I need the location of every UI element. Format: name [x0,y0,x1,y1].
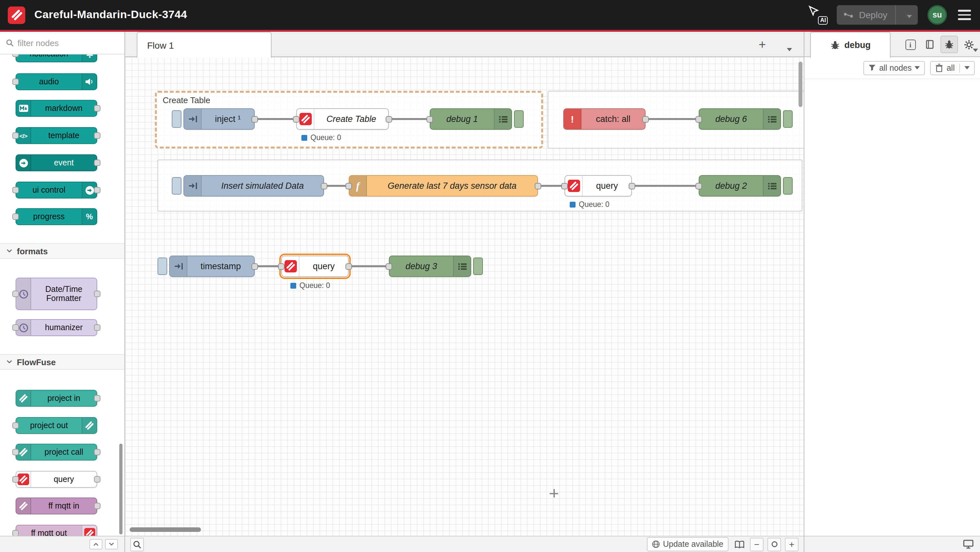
output-port[interactable] [345,263,352,270]
deploy-options-caret[interactable] [901,10,918,20]
inject-trigger-button[interactable] [172,110,181,128]
output-port[interactable] [251,116,258,122]
input-port[interactable] [12,530,19,536]
debug-clear-dropdown[interactable]: all [931,61,975,75]
palette-scrollbar[interactable] [119,444,123,534]
node-insert-simulated-data[interactable]: Insert simulated Data [172,175,324,196]
input-port[interactable] [561,183,568,189]
palette-node-query[interactable]: query [16,471,97,488]
node-timestamp-inject[interactable]: timestamp [158,255,255,277]
input-port[interactable] [293,116,299,122]
palette-node-ff-mqtt-out[interactable]: ff mqtt out [16,525,97,536]
node-debug-3[interactable]: debug 3 [389,255,483,277]
deploy-button[interactable]: Deploy [837,5,918,25]
palette-node-project-out[interactable]: project out [16,417,97,434]
debug-toggle-button[interactable] [783,110,793,128]
palette-node-ff-mqtt-in[interactable]: ff mqtt in [16,498,97,514]
input-port[interactable] [12,290,19,297]
zoom-out-button[interactable]: − [750,538,764,551]
flowfuse-logo-icon[interactable] [8,6,25,24]
main-menu-icon[interactable] [957,8,972,23]
input-port[interactable] [12,78,19,85]
input-port[interactable] [12,422,19,429]
navigator-icon[interactable] [732,538,746,551]
add-flow-button[interactable]: + [754,37,770,53]
inject-trigger-button[interactable] [158,257,167,275]
sidebar-tab-debug-messages[interactable] [940,36,958,53]
sidebar-tab-debug[interactable]: debug [810,32,891,58]
collapse-all-button[interactable] [89,539,102,549]
output-port[interactable] [642,116,649,122]
debug-filter-dropdown[interactable]: all nodes [864,61,925,75]
palette-node-datetime-formatter[interactable]: Date/Time Formatter [16,278,97,310]
palette-category-formats[interactable]: formats [0,243,124,259]
output-port[interactable] [535,183,541,189]
palette-category-flowfuse[interactable]: FlowFuse [0,354,124,370]
node-debug-6[interactable]: debug 6 [699,108,793,130]
palette-node-markdown[interactable]: markdown [16,100,97,117]
input-port[interactable] [12,449,19,455]
input-port[interactable] [278,263,285,270]
sidebar-tab-help[interactable] [921,36,939,53]
input-port[interactable] [12,214,19,220]
node-query-3-selected[interactable]: query [281,255,349,277]
sidebar-tabs-caret[interactable] [973,43,978,54]
ai-assistant-icon[interactable]: AI [808,5,827,25]
node-catch-all[interactable]: ! catch: all [563,108,646,130]
palette-node-project-call[interactable]: project call [16,444,97,461]
palette-node-event[interactable]: event [16,155,97,171]
node-inject-1[interactable]: inject ¹ [172,108,255,130]
node-debug-1[interactable]: debug 1 [430,108,524,130]
node-query-2[interactable]: query [565,175,632,196]
user-avatar[interactable]: su [928,5,947,25]
palette-node-ui-control[interactable]: ui control [16,182,97,198]
node-create-table[interactable]: Create Table [296,108,389,130]
input-port[interactable] [695,183,702,189]
update-available-button[interactable]: Update available [647,537,729,551]
output-port[interactable] [321,183,327,189]
input-port[interactable] [12,54,19,57]
output-port[interactable] [94,187,100,193]
sidebar-tab-info[interactable]: i [902,36,919,53]
input-port[interactable] [695,116,702,122]
output-port[interactable] [629,183,635,189]
output-port[interactable] [94,503,100,509]
canvas-search-button[interactable] [130,538,144,551]
palette-node-humanizer[interactable]: humanizer [16,319,97,336]
output-port[interactable] [251,263,258,270]
output-port[interactable] [94,132,100,139]
output-port[interactable] [94,105,100,112]
input-port[interactable] [386,263,392,270]
debug-toggle-button[interactable] [473,257,483,275]
input-port[interactable] [12,187,19,193]
output-port[interactable] [94,476,100,483]
flow-canvas[interactable]: Create Table [125,57,804,536]
output-port[interactable] [94,449,100,455]
output-port[interactable] [94,395,100,402]
output-port[interactable] [94,290,100,297]
canvas-vertical-scrollbar[interactable] [799,62,802,107]
palette-node-project-in[interactable]: project in [16,390,97,407]
node-function-generate-data[interactable]: f Generate last 7 days sensor data [349,175,538,196]
output-port[interactable] [386,116,392,122]
palette-node-progress[interactable]: progress % [16,208,97,225]
input-port[interactable] [426,116,433,122]
input-port[interactable] [12,476,19,483]
palette-search-input[interactable] [18,38,102,48]
inject-trigger-button[interactable] [172,177,181,195]
input-port[interactable] [12,132,19,139]
output-port[interactable] [94,160,100,166]
node-debug-2[interactable]: debug 2 [699,175,793,196]
output-port[interactable] [94,324,100,331]
input-port[interactable] [12,324,19,331]
canvas-horizontal-scrollbar[interactable] [130,527,201,532]
zoom-reset-button[interactable] [767,538,781,551]
palette-node-audio[interactable]: audio [16,73,97,90]
palette-node-template[interactable]: </> template [16,127,97,144]
input-port[interactable] [345,183,352,189]
debug-toggle-button[interactable] [783,177,793,195]
palette-node-notification[interactable]: notification [16,54,97,62]
tab-flow-1[interactable]: Flow 1 [137,32,272,58]
open-in-window-icon[interactable] [963,540,974,549]
flow-list-caret[interactable] [787,42,792,54]
